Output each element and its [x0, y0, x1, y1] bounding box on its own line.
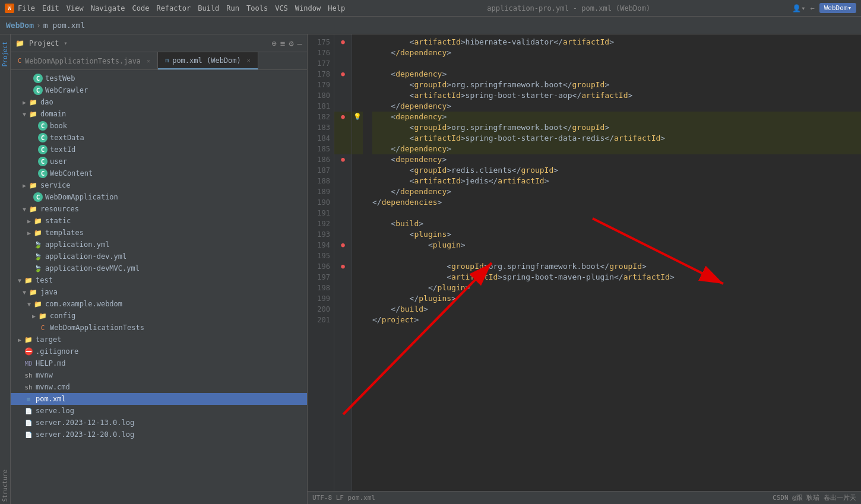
arrow-icon: ▼ [25, 301, 33, 308]
tree-item-gitignore[interactable]: ⛔ .gitignore [11, 345, 307, 357]
tree-item-dao[interactable]: ▶ 📁 dao [11, 96, 307, 108]
menu-tools[interactable]: Tools [246, 4, 268, 12]
code-editor[interactable]: 175 176 177 178 179 180 181 182 183 184 … [308, 34, 861, 491]
menu-file[interactable]: File [18, 4, 35, 12]
tree-item-resources[interactable]: ▼ 📁 resources [11, 203, 307, 215]
code-line-182: <dependency> [372, 112, 861, 122]
title-right-actions: 👤▾ ← WebDom▾ [792, 3, 856, 13]
back-icon[interactable]: ← [810, 4, 814, 12]
xml-tab[interactable]: m pom.xml (WebDom) ✕ [158, 52, 258, 69]
tree-item-java[interactable]: ▼ 📁 java [11, 286, 307, 298]
editor-tabs-bar: C WebDomApplicationTests.java ✕ m pom.xm… [11, 52, 307, 70]
arrow-icon: ▼ [20, 289, 29, 296]
tree-item-pomxml[interactable]: m pom.xml [11, 393, 307, 405]
menu-code[interactable]: Code [132, 4, 150, 12]
tree-item-test[interactable]: ▼ 📁 test [11, 274, 307, 286]
code-line-180: <artifactId>spring-boot-starter-aop</art… [372, 90, 861, 101]
code-line-176: </dependency> [372, 47, 861, 58]
user-icon[interactable]: 👤▾ [792, 4, 805, 12]
code-line-175: <artifactId>hibernate-validator</artifac… [372, 37, 861, 47]
class-icon: C [38, 169, 48, 178]
code-line-185: </dependency> [372, 144, 861, 154]
collapse-icon[interactable]: — [297, 39, 302, 48]
java-tab[interactable]: C WebDomApplicationTests.java ✕ [11, 52, 158, 69]
menu-edit[interactable]: Edit [42, 4, 59, 12]
menu-window[interactable]: Window [295, 4, 321, 12]
tree-label: application-devMVC.yml [45, 264, 140, 272]
code-line-183: <groupId>org.springframework.boot</group… [372, 122, 861, 133]
tree-item-domain[interactable]: ▼ 📁 domain [11, 108, 307, 120]
sort-icon[interactable]: ≡ [280, 39, 285, 48]
filter-icon[interactable]: ⚙ [289, 39, 293, 48]
tree-label: .gitignore [36, 347, 78, 356]
tree-item-package[interactable]: ▼ 📁 com.example.webdom [11, 298, 307, 310]
tree-item-app-devmvc-yml[interactable]: 🍃 application-devMVC.yml [11, 262, 307, 274]
class-icon: C [38, 133, 48, 142]
java-tab-close[interactable]: ✕ [147, 58, 150, 64]
structure-tab[interactable]: Structure [1, 467, 10, 504]
java-tab-label: WebDomApplicationTests.java [25, 57, 141, 65]
tree-item-service[interactable]: ▶ 📁 service [11, 179, 307, 191]
tree-item-mvnwcmd[interactable]: sh mvnw.cmd [11, 381, 307, 393]
menu-help[interactable]: Help [328, 4, 345, 12]
tree-item-config[interactable]: ▶ 📁 config [11, 310, 307, 322]
tree-item-webdomapp[interactable]: C WebDomApplication [11, 191, 307, 203]
tree-label: dao [40, 98, 53, 106]
project-tab[interactable]: Project [1, 39, 10, 69]
menu-navigate[interactable]: Navigate [91, 4, 125, 12]
file-tree: C testWeb C WebCrawler ▶ 📁 dao ▼ 📁 [11, 70, 307, 504]
code-line-187: <groupId>redis.clients</groupId> [372, 165, 861, 176]
tree-item-static[interactable]: ▶ 📁 static [11, 215, 307, 227]
tree-item-textid[interactable]: C textId [11, 144, 307, 156]
line-text: </dependency> [372, 186, 451, 197]
code-line-201: </project> [372, 315, 861, 325]
yml-icon: 🍃 [33, 240, 43, 249]
tree-label: mvnw.cmd [36, 383, 70, 391]
tree-label: com.example.webdom [45, 300, 122, 308]
xml-tab-close[interactable]: ✕ [247, 57, 251, 64]
line-text: <artifactId>spring-boot-maven-plugin</ar… [372, 272, 675, 283]
folder-icon: 📁 [29, 204, 38, 214]
sh-icon: sh [24, 370, 33, 380]
tree-item-templates[interactable]: ▶ 📁 templates [11, 227, 307, 239]
menu-view[interactable]: View [67, 4, 84, 12]
tree-item-servelog[interactable]: 📄 serve.log [11, 405, 307, 417]
breadcrumb-project[interactable]: WebDom [6, 21, 34, 30]
line-text: <artifactId>hibernate-validator</artifac… [372, 37, 614, 47]
left-side-tabs: Project Structure [0, 34, 11, 504]
webdom-button[interactable]: WebDom▾ [819, 3, 856, 13]
tree-item-target[interactable]: ▶ 📁 target [11, 334, 307, 345]
menu-vcs[interactable]: VCS [275, 4, 288, 12]
tree-item-testweb[interactable]: C testWeb [11, 72, 307, 84]
code-line-200: </build> [372, 304, 861, 315]
dropdown-arrow[interactable]: ▾ [64, 40, 68, 46]
tree-item-app-dev-yml[interactable]: 🍃 application-dev.yml [11, 251, 307, 262]
line-text: </build> [372, 304, 428, 315]
menu-refactor[interactable]: Refactor [156, 4, 191, 12]
menu-build[interactable]: Build [198, 4, 219, 12]
tree-item-user[interactable]: C user [11, 156, 307, 167]
tree-item-helpmd[interactable]: MD HELP.md [11, 357, 307, 369]
target-icon[interactable]: ⊕ [271, 39, 276, 48]
tree-item-book[interactable]: C book [11, 120, 307, 132]
code-content[interactable]: <artifactId>hibernate-validator</artifac… [363, 34, 861, 491]
folder-icon: 📁 [15, 39, 24, 47]
tree-item-log1[interactable]: 📄 server.2023-12-13.0.log [11, 417, 307, 429]
breadcrumb-file[interactable]: m pom.xml [43, 21, 85, 30]
menu-run[interactable]: Run [226, 4, 239, 12]
tree-item-app-yml[interactable]: 🍃 application.yml [11, 239, 307, 251]
tree-label: mvnw [36, 371, 53, 379]
tree-label: java [40, 288, 58, 296]
tree-item-webcrawler[interactable]: C WebCrawler [11, 84, 307, 96]
arrow-icon: ▶ [20, 182, 29, 189]
class-icon: C [38, 145, 48, 154]
md-icon: MD [24, 359, 33, 368]
tree-item-log2[interactable]: 📄 server.2023-12-20.0.log [11, 429, 307, 440]
tree-item-textdata[interactable]: C textData [11, 132, 307, 144]
tree-label: service [40, 181, 71, 189]
code-line-191 [372, 208, 861, 218]
line-numbers: 175 176 177 178 179 180 181 182 183 184 … [308, 34, 334, 491]
tree-item-webcontent[interactable]: C WebContent [11, 167, 307, 179]
tree-item-mvnw[interactable]: sh mvnw [11, 369, 307, 381]
tree-item-webdomtests[interactable]: C WebDomApplicationTests [11, 322, 307, 334]
